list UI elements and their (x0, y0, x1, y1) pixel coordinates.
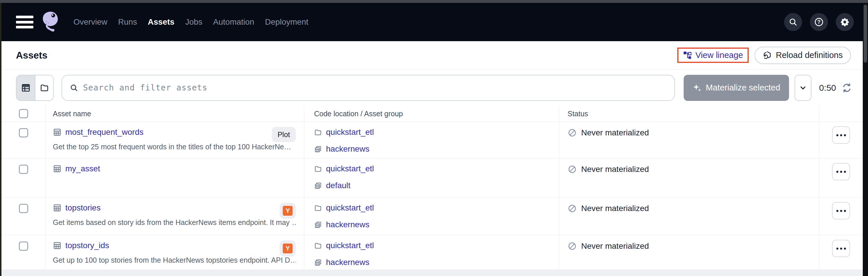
refresh-button[interactable] (841, 82, 853, 94)
y-combinator-badge: Y (283, 206, 292, 216)
code-location-link[interactable]: quickstart_etl (326, 203, 374, 212)
gear-icon (840, 18, 849, 27)
row-checkbox[interactable] (19, 242, 28, 251)
table-view-icon (21, 83, 31, 93)
nav-item-runs[interactable]: Runs (118, 18, 137, 27)
reload-definitions-label: Reload definitions (776, 50, 843, 60)
help-icon: ? (814, 17, 824, 27)
never-materialized-icon (567, 128, 577, 137)
code-location-link[interactable]: quickstart_etl (326, 241, 374, 250)
asset-group-icon (314, 182, 322, 189)
nav-item-automation[interactable]: Automation (213, 18, 254, 27)
dagster-octopus-logo[interactable] (39, 10, 63, 34)
column-header-code-location: Code location / Asset group (304, 110, 403, 118)
page-scrollbar[interactable] (863, 3, 868, 276)
status-text: Never materialized (581, 242, 649, 251)
asset-group-icon (314, 145, 322, 153)
asset-name-link[interactable]: topstories (65, 203, 100, 212)
search-input-icon (70, 83, 79, 92)
materialize-options-button[interactable] (795, 75, 811, 101)
nav-item-assets[interactable]: Assets (148, 18, 175, 27)
view-lineage-label: View lineage (695, 50, 743, 60)
table-row: topstory_ids Get up to 100 top stories f… (1, 235, 863, 270)
asset-tag-plot: Plot (272, 127, 296, 142)
y-combinator-badge: Y (283, 244, 292, 253)
row-checkbox[interactable] (19, 128, 28, 137)
asset-search-box (62, 75, 675, 101)
page-background (1, 270, 863, 276)
page-header: Assets View lineage (1, 41, 863, 70)
row-checkbox[interactable] (19, 204, 28, 213)
folder-view-toggle[interactable] (35, 75, 53, 100)
never-materialized-icon (567, 204, 577, 213)
help-button[interactable]: ? (810, 13, 828, 31)
asset-name-link[interactable]: my_asset (65, 164, 100, 173)
folder-icon (314, 129, 322, 136)
code-location-link[interactable]: quickstart_etl (326, 164, 374, 173)
sparkle-icon (692, 83, 702, 93)
folder-icon (314, 165, 322, 173)
asset-group-link[interactable]: hackernews (326, 144, 369, 154)
search-input[interactable] (83, 83, 667, 93)
page-title: Assets (16, 50, 47, 61)
materialize-selected-label: Materialize selected (706, 83, 780, 93)
nav-item-overview[interactable]: Overview (73, 18, 107, 27)
hamburger-menu-icon[interactable] (16, 16, 33, 28)
asset-tag-hackernews: Y (280, 203, 296, 219)
status-text: Never materialized (581, 204, 649, 213)
asset-table-icon (53, 164, 62, 173)
row-actions-button[interactable] (832, 202, 850, 219)
asset-group-link[interactable]: hackernews (326, 220, 369, 229)
asset-name-link[interactable]: most_frequent_words (65, 128, 144, 137)
folder-view-icon (40, 83, 49, 93)
row-actions-button[interactable] (832, 163, 850, 180)
view-mode-toggle (16, 75, 54, 101)
column-header-asset-name: Asset name (45, 110, 91, 118)
nav-item-jobs[interactable]: Jobs (185, 18, 202, 27)
status-text: Never materialized (581, 128, 649, 137)
refresh-countdown: 0:50 (819, 83, 836, 93)
settings-button[interactable] (836, 13, 854, 31)
search-icon (788, 18, 798, 27)
list-view-toggle[interactable] (17, 75, 35, 100)
asset-table-icon (53, 241, 62, 250)
reload-cube-icon (763, 51, 772, 60)
row-actions-button[interactable] (832, 127, 850, 144)
nav-item-deployment[interactable]: Deployment (265, 18, 308, 27)
asset-description: Get items based on story ids from the Ha… (53, 218, 296, 227)
dagster-app-window: Overview Runs Assets Jobs Automation Dep… (1, 3, 863, 276)
refresh-icon (841, 82, 852, 93)
lineage-graph-icon (683, 51, 692, 60)
asset-group-icon (314, 258, 322, 267)
global-search-button[interactable] (784, 13, 802, 31)
top-navbar: Overview Runs Assets Jobs Automation Dep… (1, 3, 863, 41)
asset-name-link[interactable]: topstory_ids (65, 241, 109, 250)
row-checkbox[interactable] (19, 165, 28, 174)
never-materialized-icon (567, 242, 577, 251)
select-all-checkbox[interactable] (19, 109, 28, 118)
asset-description: Get up to 100 top stories from the Hacke… (53, 256, 296, 265)
row-actions-button[interactable] (832, 240, 850, 257)
svg-text:?: ? (817, 19, 821, 25)
asset-description: Get the top 25 most frequent words in th… (53, 143, 296, 151)
reload-definitions-button[interactable]: Reload definitions (754, 47, 851, 64)
view-lineage-button[interactable]: View lineage (683, 50, 743, 60)
table-row: topstories Get items based on story ids … (1, 198, 863, 235)
table-row: most_frequent_words Get the top 25 most … (1, 122, 863, 158)
asset-group-link[interactable]: default (326, 181, 350, 190)
folder-icon (314, 204, 322, 212)
asset-tag-hackernews: Y (280, 240, 296, 256)
status-text: Never materialized (581, 165, 649, 174)
scrollbar-thumb[interactable] (864, 5, 867, 63)
table-header-row: Asset name Code location / Asset group S… (1, 106, 863, 122)
window-top-edge (0, 0, 868, 3)
code-location-link[interactable]: quickstart_etl (326, 128, 374, 137)
asset-group-icon (314, 221, 322, 229)
table-row: my_asset quickstart_etl def (1, 158, 863, 198)
never-materialized-icon (567, 165, 577, 174)
column-header-status: Status (559, 110, 588, 118)
asset-group-link[interactable]: hackernews (326, 258, 369, 267)
materialize-selected-button[interactable]: Materialize selected (684, 75, 789, 101)
primary-nav: Overview Runs Assets Jobs Automation Dep… (73, 18, 308, 27)
assets-toolbar: Materialize selected 0:50 (1, 70, 863, 106)
